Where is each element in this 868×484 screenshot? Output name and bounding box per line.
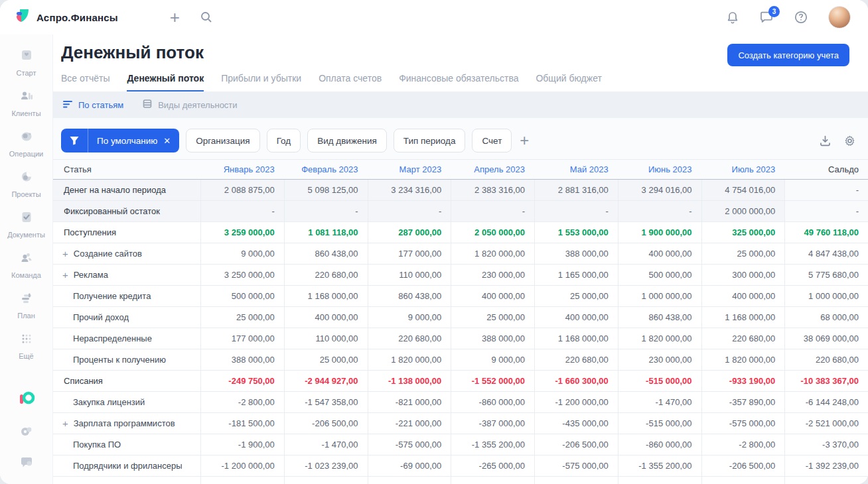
value-cell: 25 000,00 bbox=[200, 307, 284, 328]
value-cell: 9 000,00 bbox=[368, 307, 451, 328]
chat-badge: 3 bbox=[768, 6, 780, 17]
filter-chip[interactable]: Год bbox=[267, 129, 301, 152]
table-row[interactable]: Списания-249 750,00-2 944 927,00-1 138 0… bbox=[53, 371, 868, 392]
expand-plus-icon[interactable]: + bbox=[62, 270, 68, 280]
filter-chips: ОрганизацияГодВид движенияТип периодаСче… bbox=[179, 129, 512, 152]
value-cell: 400 000,00 bbox=[534, 307, 618, 328]
tab-item[interactable]: Общий бюджет bbox=[536, 73, 601, 91]
filter-clear-icon[interactable]: ✕ bbox=[163, 136, 171, 146]
sidebar-item-projects[interactable]: Проекты bbox=[3, 164, 50, 204]
filter-chip[interactable]: Организация bbox=[186, 129, 259, 152]
brand-mark-icon[interactable] bbox=[18, 391, 35, 407]
value-cell: -1 547 358,00 bbox=[284, 392, 368, 412]
value-cell: 1 165 000,00 bbox=[534, 265, 618, 285]
value-cell: 1 820 000,00 bbox=[618, 328, 701, 349]
row-label: Денег на начало периода bbox=[64, 185, 166, 195]
download-icon[interactable] bbox=[819, 135, 832, 147]
feedback-icon[interactable] bbox=[19, 456, 34, 469]
row-label-cell: Денег на начало периода bbox=[53, 180, 200, 200]
sidebar-item-plan[interactable]: План bbox=[3, 285, 50, 326]
column-header-month[interactable]: Июль 2023 bbox=[701, 160, 785, 179]
table-row[interactable]: Нераспределенные177 000,00110 000,00220 … bbox=[53, 328, 868, 349]
tab-item[interactable]: Финансовые обязательства bbox=[399, 73, 518, 91]
value-cell: -1 552 000,00 bbox=[451, 371, 534, 391]
row-label: Покупка ПО bbox=[73, 440, 121, 450]
value-cell: -860 000,00 bbox=[451, 392, 534, 412]
value-cell: - bbox=[451, 201, 534, 221]
row-label-cell: +Реклама bbox=[53, 265, 200, 285]
chat-icon[interactable]: 3 bbox=[759, 11, 774, 24]
value-cell: 860 438,00 bbox=[284, 243, 368, 264]
sidebar-item-label: План bbox=[17, 312, 35, 320]
value-cell: -69 000,00 bbox=[368, 455, 451, 476]
bell-icon[interactable] bbox=[726, 11, 739, 25]
create-category-button[interactable]: Создать категорию учета bbox=[727, 44, 849, 66]
table-row[interactable]: Подрядчики и фрилансеры-1 200 000,00-1 0… bbox=[53, 455, 868, 477]
team-icon bbox=[19, 250, 35, 269]
value-cell: -10 383 367,00 bbox=[784, 371, 868, 391]
tab-item[interactable]: Оплата счетов bbox=[319, 73, 382, 91]
expand-plus-icon[interactable]: + bbox=[62, 249, 68, 259]
row-label: Поступления bbox=[64, 227, 116, 237]
value-cell: 2 881 316,00 bbox=[534, 180, 618, 200]
row-label-cell: Фиксированный остаток bbox=[53, 201, 200, 221]
sidebar-item-team[interactable]: Команда bbox=[3, 245, 50, 285]
sidebar-item-start[interactable]: Старт bbox=[3, 42, 50, 83]
table-row[interactable]: Фиксированный остаток------2 000 000,00- bbox=[53, 201, 868, 222]
table-row[interactable]: Закупка лицензий-2 800,00-1 547 358,00-8… bbox=[53, 392, 868, 413]
sidebar-item-documents[interactable]: Документы bbox=[3, 204, 50, 245]
value-cell: 25 000,00 bbox=[534, 286, 618, 306]
column-header-month[interactable]: Март 2023 bbox=[368, 160, 451, 179]
add-filter-button[interactable]: + bbox=[520, 133, 529, 149]
column-header-month[interactable]: Апрель 2023 bbox=[451, 160, 534, 179]
filter-chip[interactable]: Счет bbox=[472, 129, 512, 152]
table-row[interactable]: Поступления3 259 000,001 081 118,00287 0… bbox=[53, 222, 868, 243]
tab-active[interactable]: Денежный поток bbox=[127, 73, 204, 91]
column-header-month[interactable]: Февраль 2023 bbox=[284, 160, 368, 179]
table-row[interactable]: Прочий доход25 000,00400 000,009 000,002… bbox=[53, 307, 868, 328]
user-avatar[interactable] bbox=[828, 6, 851, 29]
sidebar-item-clients[interactable]: Клиенты bbox=[3, 83, 50, 123]
default-filter-button[interactable]: По умолчанию ✕ bbox=[61, 129, 179, 152]
sidebar-item-label: Старт bbox=[17, 69, 36, 77]
settings-icon[interactable] bbox=[19, 424, 34, 439]
column-header-month[interactable]: Январь 2023 bbox=[200, 160, 284, 179]
help-icon[interactable] bbox=[794, 10, 808, 25]
value-cell: 500 000,00 bbox=[618, 265, 701, 285]
column-header-month[interactable]: Июнь 2023 bbox=[618, 160, 701, 179]
tab-item[interactable]: Прибыли и убытки bbox=[221, 73, 301, 91]
sidebar-item-operations[interactable]: Операции bbox=[3, 123, 50, 164]
row-label-cell: Поступления bbox=[53, 222, 200, 243]
sidebar-item-more[interactable]: Ещё bbox=[3, 326, 50, 366]
expand-plus-icon[interactable]: + bbox=[62, 418, 68, 428]
brand[interactable]: Аспро.Финансы bbox=[0, 7, 118, 27]
search-icon[interactable] bbox=[200, 11, 213, 24]
view-stack[interactable]: Виды деятельности bbox=[142, 99, 237, 111]
filter-chip[interactable]: Тип периода bbox=[394, 129, 466, 152]
value-cell: -1 200 000,00 bbox=[534, 477, 618, 484]
table-row[interactable]: +Реклама3 250 000,00220 680,00110 000,00… bbox=[53, 265, 868, 286]
table-row[interactable]: Денег на начало периода2 088 875,005 098… bbox=[53, 180, 868, 201]
table-scroll-area[interactable]: СтатьяЯнварь 2023Февраль 2023Март 2023Ап… bbox=[53, 159, 868, 484]
filter-name: По умолчанию bbox=[97, 136, 157, 146]
row-label-cell: +Зарплата программистов bbox=[53, 477, 200, 484]
value-cell: 860 438,00 bbox=[618, 307, 701, 328]
table-row[interactable]: +Создание сайтов9 000,00860 438,00177 00… bbox=[53, 243, 868, 265]
filter-chip[interactable]: Вид движения bbox=[307, 129, 387, 152]
gear-icon[interactable] bbox=[843, 135, 856, 147]
topbar-add-button[interactable]: + bbox=[170, 9, 180, 26]
row-label: Проценты к получению bbox=[73, 355, 166, 365]
value-cell: -1 470,00 bbox=[618, 392, 701, 412]
table-row[interactable]: Покупка ПО-1 900,00-1 470,00-575 000,00-… bbox=[53, 434, 868, 455]
tab-item[interactable]: Все отчёты bbox=[61, 73, 109, 91]
view-sort-lines[interactable]: По статьям bbox=[62, 99, 123, 111]
row-label-cell: Закупка лицензий bbox=[53, 392, 200, 412]
column-header-month[interactable]: Май 2023 bbox=[534, 160, 618, 179]
table-row[interactable]: +Зарплата программистов-181 500,00-206 5… bbox=[53, 413, 868, 434]
value-cell: 3 294 016,00 bbox=[618, 180, 701, 200]
table-row[interactable]: Проценты к получению388 000,0025 000,001… bbox=[53, 349, 868, 371]
table-row[interactable]: +Зарплата программистов-2 900,00-1 547 3… bbox=[53, 477, 868, 484]
row-label: Списания bbox=[64, 376, 103, 386]
clients-icon bbox=[19, 88, 35, 107]
table-row[interactable]: Получение кредита500 000,001 168 000,008… bbox=[53, 286, 868, 307]
